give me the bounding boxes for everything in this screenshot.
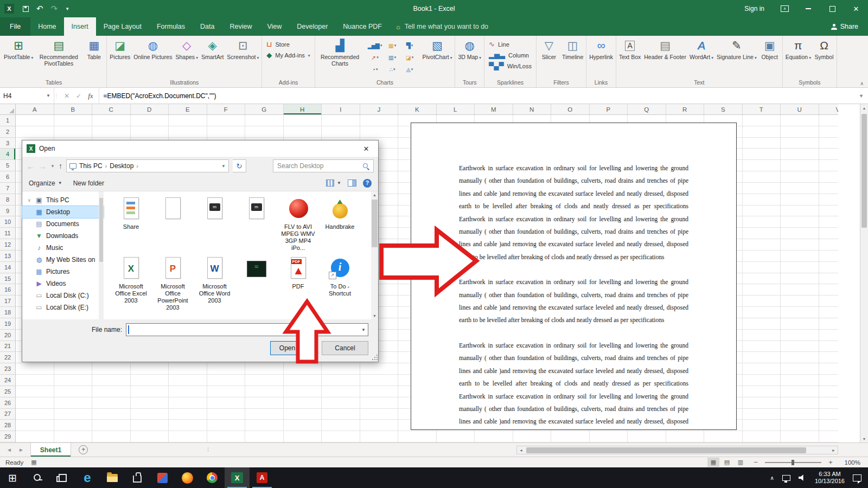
firefox-taskbar-button[interactable]: [175, 467, 200, 488]
share-button[interactable]: Share: [821, 17, 868, 36]
maximize-button[interactable]: [820, 0, 844, 17]
column-header-c[interactable]: C: [92, 104, 131, 114]
next-sheet-icon[interactable]: ►: [18, 447, 24, 453]
sidebar-item-local-disk-e[interactable]: ▭Local Disk (E:): [22, 301, 104, 313]
row-header-22[interactable]: 22: [0, 352, 15, 363]
page-break-view-icon[interactable]: ▥: [735, 458, 746, 467]
recommended-charts-button[interactable]: ▟Recommended Charts: [316, 36, 364, 78]
tab-page-layout[interactable]: Page Layout: [96, 17, 149, 36]
minimize-button[interactable]: [796, 0, 820, 17]
name-box-dropdown-icon[interactable]: ▼: [46, 93, 50, 98]
hyperlink-button[interactable]: ∞Hyperlink: [588, 36, 615, 78]
tab-scrollbar-splitter[interactable]: ⁞: [207, 447, 209, 453]
row-header-14[interactable]: 14: [0, 262, 15, 273]
horizontal-scroll-track[interactable]: [525, 446, 829, 454]
action-center-icon[interactable]: [853, 474, 861, 481]
tab-formulas[interactable]: Formulas: [149, 17, 193, 36]
tab-review[interactable]: Review: [222, 17, 259, 36]
table-button[interactable]: ▦Table: [82, 36, 105, 78]
tab-developer[interactable]: Developer: [289, 17, 335, 36]
sidebar-item-desktop[interactable]: ▦Desktop: [22, 206, 104, 218]
address-bar[interactable]: This PC › Desktop ›: [66, 159, 229, 172]
zoom-percentage[interactable]: 100%: [840, 459, 860, 466]
file-name-input[interactable]: [126, 323, 368, 336]
row-header-27[interactable]: 27: [0, 409, 15, 420]
tree-expand-icon[interactable]: ∨: [28, 198, 32, 203]
insert-function-icon[interactable]: fx: [88, 92, 93, 100]
excel-taskbar-button[interactable]: X: [225, 467, 250, 488]
open-button-label[interactable]: Open: [271, 342, 304, 355]
column-header-d[interactable]: D: [131, 104, 169, 114]
file-list-scrollbar[interactable]: ▲ ▼: [371, 191, 378, 319]
tab-data[interactable]: Data: [193, 17, 222, 36]
start-taskbar-button[interactable]: ⊞: [0, 467, 25, 488]
sidebar-scroll-thumb[interactable]: [99, 198, 103, 262]
formula-input[interactable]: =EMBED("AcroExch.Document.DC",""): [99, 88, 855, 104]
tab-insert[interactable]: Insert: [64, 17, 96, 36]
row-header-13[interactable]: 13: [0, 251, 15, 262]
column-header-j[interactable]: J: [360, 104, 399, 114]
breadcrumb-this-pc[interactable]: This PC: [79, 162, 103, 170]
help-icon[interactable]: [363, 179, 372, 188]
sidebar-item-music[interactable]: ♪Music: [22, 242, 104, 254]
combo-chart-button[interactable]: ◪▾: [401, 52, 418, 63]
column-chart-button[interactable]: ▂▅▇▾: [367, 40, 384, 51]
column-header-a[interactable]: A: [16, 104, 54, 114]
column-header-u[interactable]: U: [781, 104, 819, 114]
file-item-file[interactable]: [152, 195, 194, 254]
file-item-terminal[interactable]: ≈: [235, 254, 277, 314]
column-header-l[interactable]: L: [437, 104, 475, 114]
store-taskbar-button[interactable]: [125, 467, 150, 488]
redo-icon[interactable]: [51, 4, 58, 14]
vertical-scrollbar[interactable]: ▲ ▼: [860, 104, 868, 442]
change-view-button[interactable]: [326, 179, 341, 187]
formula-bar-splitter[interactable]: ⋮: [54, 88, 59, 104]
waterfall-chart-button[interactable]: ▜▾: [401, 40, 418, 51]
file-item-microsoft-office-powerpoint-2003[interactable]: PMicrosoft Office PowerPoint 2003: [152, 254, 194, 314]
volume-icon[interactable]: [799, 474, 807, 481]
column-header-r[interactable]: R: [666, 104, 705, 114]
row-header-6[interactable]: 6: [0, 171, 15, 183]
wordart-button[interactable]: AWordArt ▾: [688, 36, 715, 78]
symbol-button[interactable]: ΩSymbol: [813, 36, 835, 78]
slicer-button[interactable]: ▽Slicer: [538, 36, 560, 78]
excel-app-icon[interactable]: [4, 4, 14, 14]
shapes-button[interactable]: ◇Shapes ▾: [174, 36, 199, 78]
name-box[interactable]: H4 ▼: [0, 88, 54, 104]
new-folder-button[interactable]: New folder: [73, 179, 104, 187]
sidebar-item-documents[interactable]: ▤Documents: [22, 218, 104, 230]
row-header-5[interactable]: 5: [0, 160, 15, 171]
column-header-q[interactable]: Q: [628, 104, 666, 114]
file-explorer-taskbar-button[interactable]: [100, 467, 125, 488]
row-header-19[interactable]: 19: [0, 318, 15, 330]
row-header-17[interactable]: 17: [0, 296, 15, 307]
cancel-button[interactable]: Cancel: [322, 341, 368, 355]
close-button[interactable]: [844, 0, 868, 17]
enter-entry-icon[interactable]: ✓: [76, 92, 81, 100]
tab-nuance-pdf[interactable]: Nuance PDF: [335, 17, 390, 36]
row-header-21[interactable]: 21: [0, 341, 15, 352]
breadcrumb-desktop[interactable]: Desktop: [110, 162, 133, 170]
file-item-microsoft-office-excel-2003[interactable]: XMicrosoft Office Excel 2003: [110, 254, 152, 314]
up-one-level-icon[interactable]: [59, 162, 62, 170]
file-scroll-down-icon[interactable]: ▼: [371, 312, 378, 319]
row-header-18[interactable]: 18: [0, 307, 15, 318]
column-header-h[interactable]: H: [284, 104, 322, 114]
open-split-dropdown-icon[interactable]: [304, 342, 316, 355]
row-header-26[interactable]: 26: [0, 397, 15, 409]
preview-pane-icon[interactable]: [348, 179, 356, 187]
normal-view-icon[interactable]: ▦: [707, 458, 719, 467]
network-icon[interactable]: [782, 475, 790, 481]
file-item-flv-to-avi-mpeg-wmv-3gp-mp4-ipo[interactable]: FLV to AVI MPEG WMV 3GP MP4 iPo...: [277, 195, 319, 254]
pictures-button[interactable]: ◪Pictures: [108, 36, 132, 78]
search-box[interactable]: Search Desktop: [273, 159, 374, 172]
column-header-t[interactable]: T: [743, 104, 781, 114]
cancel-entry-icon[interactable]: ✕: [64, 92, 69, 100]
open-button[interactable]: Open: [270, 341, 316, 355]
expand-formula-bar-icon[interactable]: ▼: [854, 88, 868, 104]
column-header-i[interactable]: I: [322, 104, 360, 114]
refresh-icon[interactable]: [233, 159, 246, 172]
timeline-button[interactable]: ◫Timeline: [560, 36, 585, 78]
page-layout-view-icon[interactable]: ▤: [721, 458, 733, 467]
sign-in-link[interactable]: Sign in: [736, 5, 773, 12]
